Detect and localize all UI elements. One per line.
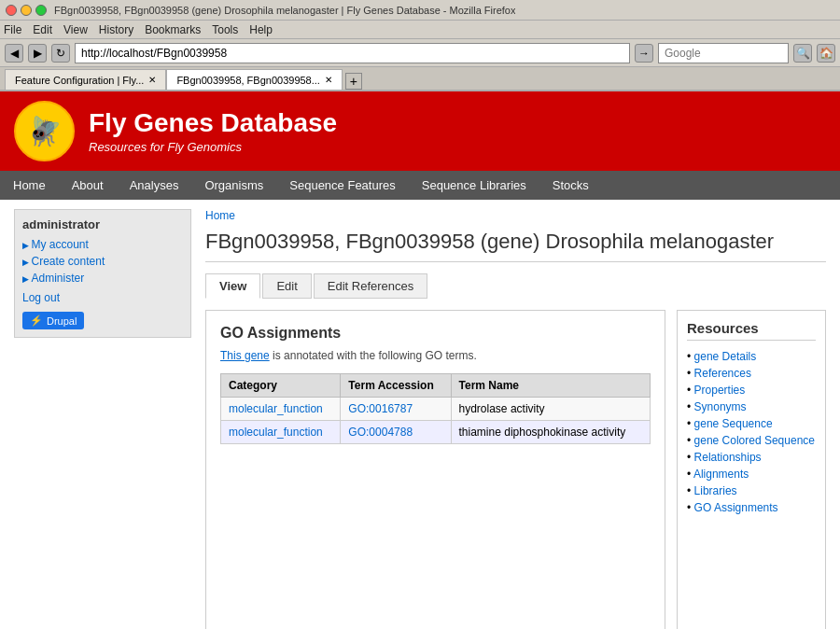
cell-category: molecular_function <box>221 398 341 421</box>
sidebar-username: administrator <box>22 217 183 231</box>
window-controls <box>6 5 47 16</box>
menu-tools[interactable]: Tools <box>212 23 238 36</box>
cell-term: thiamine diphosphokinase activity <box>451 421 650 444</box>
menu-file[interactable]: File <box>4 23 21 36</box>
page-title: FBgn0039958, FBgn0039958 (gene) Drosophi… <box>205 230 826 262</box>
accession-link[interactable]: GO:0016787 <box>348 402 413 415</box>
resource-link[interactable]: Libraries <box>694 484 737 497</box>
accession-link[interactable]: GO:0004788 <box>348 426 413 439</box>
resource-link[interactable]: GO Assignments <box>694 501 778 514</box>
nav-analyses[interactable]: Analyses <box>117 171 192 200</box>
sidebar-user-block: administrator My account Create content … <box>14 209 191 338</box>
resource-link[interactable]: Synonyms <box>694 400 747 413</box>
nav-home[interactable]: Home <box>0 171 59 200</box>
resource-link[interactable]: gene Sequence <box>694 417 773 430</box>
sidebar-logout-link[interactable]: Log out <box>22 291 183 304</box>
tab-close-2[interactable]: ✕ <box>325 75 332 85</box>
address-text: http://localhost/FBgn0039958 <box>81 47 227 60</box>
category-link[interactable]: molecular_function <box>229 426 323 439</box>
reload-button[interactable]: ↻ <box>51 44 70 63</box>
category-link[interactable]: molecular_function <box>229 402 323 415</box>
main-panel: GO Assignments This gene is annotated wi… <box>205 310 665 629</box>
home-button[interactable]: 🏠 <box>817 44 835 63</box>
go-assignments-intro: This gene is annotated with the followin… <box>220 349 651 362</box>
minimize-button[interactable] <box>21 5 32 16</box>
tab-close-1[interactable]: ✕ <box>148 75 156 85</box>
two-col-layout: GO Assignments This gene is annotated wi… <box>205 310 826 629</box>
intro-text-rest: is annotated with the following GO terms… <box>273 349 477 362</box>
close-button[interactable] <box>6 5 17 16</box>
nav-about[interactable]: About <box>59 171 117 200</box>
search-input[interactable] <box>658 43 789 63</box>
cell-category: molecular_function <box>221 421 341 444</box>
col-accession: Term Accession <box>341 374 451 398</box>
resource-link[interactable]: References <box>694 367 751 380</box>
resources-title: Resources <box>687 320 816 341</box>
back-button[interactable]: ◀ <box>5 44 23 63</box>
tab-label: Feature Configuration | Fly... <box>15 75 144 86</box>
list-item: References <box>687 365 816 382</box>
drupal-icon: ⚡ <box>30 314 43 327</box>
window-title: FBgn0039958, FBgn0039958 (gene) Drosophi… <box>54 5 515 16</box>
maximize-button[interactable] <box>35 5 47 16</box>
intro-link[interactable]: This gene <box>220 349 270 362</box>
main-content: Home FBgn0039958, FBgn0039958 (gene) Dro… <box>205 209 826 629</box>
resource-link[interactable]: Alignments <box>693 468 749 481</box>
tab-fbgn[interactable]: FBgn0039958, FBgn0039958... ✕ <box>166 69 343 90</box>
menu-edit[interactable]: Edit <box>33 23 52 36</box>
col-term-name: Term Name <box>451 374 650 398</box>
site-header: 🪰 Fly Genes Database Resources for Fly G… <box>0 91 840 171</box>
col-category: Category <box>221 374 341 398</box>
site-title: Fly Genes Database <box>89 108 337 138</box>
nav-sequence-features[interactable]: Sequence Features <box>276 171 408 200</box>
forward-button[interactable]: ▶ <box>28 44 47 63</box>
cell-term: hydrolase activity <box>451 398 650 421</box>
tab-feature-config[interactable]: Feature Configuration | Fly... ✕ <box>5 69 166 90</box>
address-bar[interactable]: http://localhost/FBgn0039958 <box>75 43 630 63</box>
tab-label-active: FBgn0039958, FBgn0039958... <box>176 75 320 86</box>
drupal-label: Drupal <box>47 315 77 327</box>
browser-tabs: Feature Configuration | Fly... ✕ FBgn003… <box>0 67 840 91</box>
site-subtitle: Resources for Fly Genomics <box>89 140 337 154</box>
nav-stocks[interactable]: Stocks <box>539 171 602 200</box>
site-logo: 🪰 <box>14 101 75 161</box>
menu-view[interactable]: View <box>63 23 88 36</box>
new-tab-button[interactable]: + <box>345 73 362 90</box>
browser-toolbar: ◀ ▶ ↻ http://localhost/FBgn0039958 → 🔍 🏠 <box>0 39 840 67</box>
resource-link[interactable]: Relationships <box>694 451 762 464</box>
breadcrumb: Home <box>205 209 826 222</box>
sidebar-link-myaccount[interactable]: My account <box>22 236 183 253</box>
list-item: gene Sequence <box>687 415 816 432</box>
resource-link[interactable]: Properties <box>694 384 746 397</box>
nav-organisms[interactable]: Organisms <box>191 171 276 200</box>
table-row: molecular_function GO:0016787 hydrolase … <box>221 398 651 421</box>
sidebar-link-create[interactable]: Create content <box>22 253 183 270</box>
browser-menubar: File Edit View History Bookmarks Tools H… <box>0 21 840 39</box>
sidebar: administrator My account Create content … <box>14 209 191 629</box>
list-item: GO Assignments <box>687 499 816 516</box>
breadcrumb-home[interactable]: Home <box>205 209 235 222</box>
resource-link[interactable]: gene Details <box>694 350 757 363</box>
search-go-button[interactable]: 🔍 <box>793 44 812 63</box>
list-item: gene Colored Sequence <box>687 432 816 449</box>
go-table: Category Term Accession Term Name molecu… <box>220 373 651 444</box>
menu-help[interactable]: Help <box>249 23 273 36</box>
sidebar-link-administer[interactable]: Administer <box>22 270 183 287</box>
tab-edit[interactable]: Edit <box>262 273 311 299</box>
nav-sequence-libraries[interactable]: Sequence Libraries <box>409 171 539 200</box>
cell-accession: GO:0004788 <box>341 421 451 444</box>
table-row: molecular_function GO:0004788 thiamine d… <box>221 421 651 444</box>
content-wrapper: administrator My account Create content … <box>0 200 840 629</box>
resource-link[interactable]: gene Colored Sequence <box>694 434 815 447</box>
go-assignments-title: GO Assignments <box>220 325 651 342</box>
logo-icon: 🪰 <box>27 115 62 147</box>
list-item: Properties <box>687 382 816 398</box>
page-wrapper: 🪰 Fly Genes Database Resources for Fly G… <box>0 91 840 629</box>
menu-bookmarks[interactable]: Bookmarks <box>145 23 201 36</box>
list-item: gene Details <box>687 348 816 365</box>
resources-list: gene DetailsReferencesPropertiesSynonyms… <box>687 348 816 516</box>
tab-view[interactable]: View <box>205 273 260 299</box>
menu-history[interactable]: History <box>99 23 133 36</box>
go-button[interactable]: → <box>635 44 653 63</box>
tab-edit-references[interactable]: Edit References <box>314 273 428 299</box>
